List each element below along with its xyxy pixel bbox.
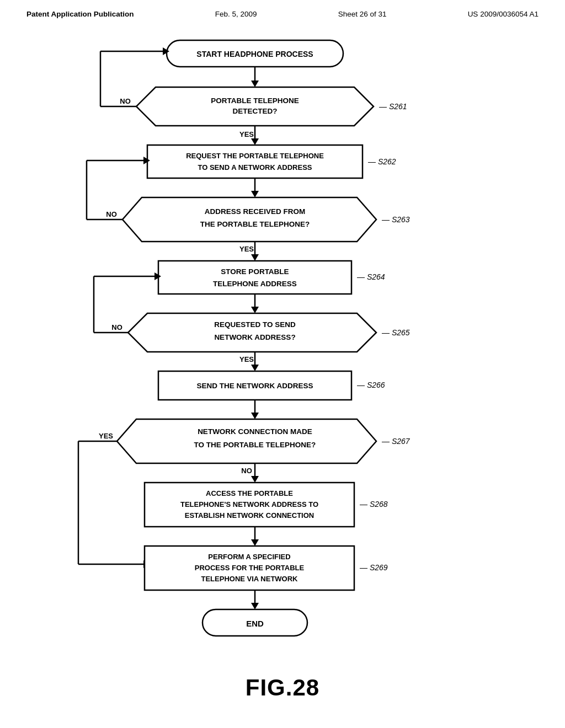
- s268-step: — S268: [359, 500, 388, 508]
- svg-marker-22: [251, 307, 259, 313]
- svg-marker-12: [251, 191, 259, 197]
- s267-step: — S267: [381, 437, 411, 446]
- s261-line2: DETECTED?: [233, 107, 278, 115]
- svg-marker-5: [251, 138, 259, 145]
- s262-line1: REQUEST THE PORTABLE TELEPHONE: [186, 152, 324, 160]
- s263-no: NO: [106, 210, 117, 218]
- s265-step: — S265: [381, 328, 410, 337]
- s269-line3: TELEPHONE VIA NETWORK: [201, 575, 298, 583]
- svg-rect-10: [147, 145, 363, 178]
- s268-line1: ACCESS THE PORTABLE: [206, 489, 293, 497]
- s265-line2: NETWORK ADDRESS?: [214, 333, 295, 341]
- s265-no: NO: [111, 323, 122, 331]
- s263-line1: ADDRESS RECEIVED FROM: [205, 207, 305, 216]
- svg-marker-3: [136, 87, 374, 126]
- figure-label: FIG.28: [0, 675, 565, 701]
- header: Patent Application Publication Feb. 5, 2…: [0, 0, 565, 24]
- s266-text: SEND THE NETWORK ADDRESS: [196, 382, 313, 390]
- header-date: Feb. 5, 2009: [215, 10, 257, 18]
- s263-line2: THE PORTABLE TELEPHONE?: [200, 220, 310, 228]
- s268-line2: TELEPHONE'S NETWORK ADDRESS TO: [180, 500, 318, 508]
- s261-yes: YES: [239, 130, 254, 138]
- s265-line1: REQUESTED TO SEND: [214, 320, 296, 329]
- end-label: END: [246, 619, 264, 628]
- s264-line1: STORE PORTABLE: [221, 267, 289, 276]
- svg-marker-35: [251, 476, 259, 483]
- s268-line3: ESTABLISH NETWORK CONNECTION: [185, 511, 314, 520]
- svg-marker-42: [251, 539, 259, 546]
- s261-no: NO: [120, 97, 131, 105]
- svg-marker-15: [251, 254, 259, 261]
- flowchart-container: START HEADPHONE PROCESS PORTABLE TELEPHO…: [0, 24, 565, 658]
- s265-yes: YES: [239, 355, 254, 363]
- svg-marker-25: [251, 365, 259, 371]
- s262-line2: TO SEND A NETWORK ADDRESS: [198, 163, 312, 172]
- svg-marker-32: [251, 413, 259, 419]
- s267-line1: NETWORK CONNECTION MADE: [198, 427, 312, 436]
- header-patent: US 2009/0036054 A1: [468, 10, 539, 18]
- s264-line2: TELEPHONE ADDRESS: [213, 280, 297, 288]
- s261-step: — S261: [379, 102, 407, 111]
- s267-no: NO: [241, 467, 252, 475]
- svg-marker-45: [251, 603, 259, 609]
- header-sheet: Sheet 26 of 31: [338, 10, 387, 18]
- s267-yes: YES: [99, 432, 113, 440]
- s264-step: — S264: [356, 272, 385, 281]
- svg-rect-20: [158, 261, 351, 294]
- s269-step: — S269: [359, 563, 388, 572]
- s266-step: — S266: [356, 381, 385, 389]
- s269-line1: PERFORM A SPECIFIED: [208, 553, 290, 561]
- s262-step: — S262: [367, 157, 396, 166]
- svg-marker-23: [128, 313, 376, 352]
- s269-line2: PROCESS FOR THE PORTABLE: [195, 564, 305, 572]
- s267-line2: TO THE PORTABLE TELEPHONE?: [194, 441, 316, 449]
- svg-marker-13: [122, 197, 376, 242]
- header-publication: Patent Application Publication: [26, 10, 134, 18]
- svg-marker-2: [251, 81, 259, 87]
- flowchart-svg: START HEADPHONE PROCESS PORTABLE TELEPHO…: [56, 35, 509, 658]
- s261-line1: PORTABLE TELEPHONE: [211, 97, 299, 105]
- s263-yes: YES: [239, 245, 254, 253]
- s263-step: — S263: [381, 215, 410, 224]
- start-label: START HEADPHONE PROCESS: [196, 50, 313, 58]
